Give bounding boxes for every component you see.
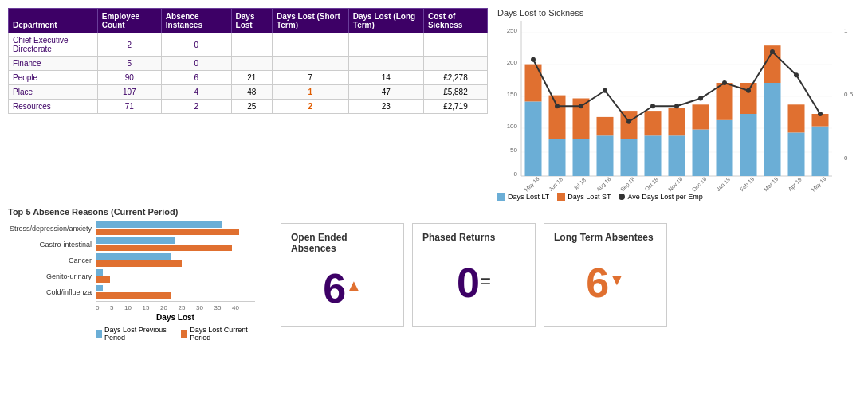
svg-rect-40 <box>812 127 829 176</box>
kpi-card: Open Ended Absences 6 ▲ <box>281 223 404 327</box>
arrow-down-icon: ▼ <box>609 271 625 289</box>
kpi-value: 6 <box>586 259 609 307</box>
svg-rect-32 <box>717 120 733 176</box>
svg-text:Feb 19: Feb 19 <box>739 176 755 192</box>
table-row-dept[interactable]: Finance <box>9 57 98 71</box>
table-row-cost: £2,278 <box>423 71 487 85</box>
table-row-st: 2 <box>272 100 348 114</box>
svg-text:Apr 19: Apr 19 <box>787 176 803 192</box>
legend-st: Days Lost ST <box>557 193 611 201</box>
prev-bar <box>96 221 222 228</box>
svg-point-54 <box>818 112 823 116</box>
svg-rect-38 <box>788 132 805 176</box>
svg-rect-28 <box>669 135 685 176</box>
table-row-lt <box>348 57 423 71</box>
svg-text:200: 200 <box>507 59 518 66</box>
horiz-chart: Stress/depression/anxiety Gastro-intesti… <box>8 221 255 299</box>
absence-bars <box>96 269 110 283</box>
kpi-card: Phased Returns 0 = <box>412 223 536 327</box>
table-row-cost: £5,882 <box>423 85 487 100</box>
table-row-dept[interactable]: People <box>9 71 98 85</box>
table-row-emp: 2 <box>97 33 161 57</box>
table-row-emp: 107 <box>97 85 161 100</box>
absence-bar-row: Gastro-intestinal <box>8 237 255 251</box>
svg-rect-18 <box>549 139 566 176</box>
table-row-st: 7 <box>272 71 348 85</box>
legend-curr: Days Lost Current Period <box>181 326 255 342</box>
table-row-dept[interactable]: Chief Executive Directorate <box>9 33 98 57</box>
svg-point-44 <box>579 104 583 108</box>
svg-text:250: 250 <box>507 27 518 34</box>
svg-point-48 <box>674 104 679 108</box>
svg-text:150: 150 <box>507 91 518 98</box>
kpi-value-row: 6 ▼ <box>554 248 657 318</box>
absence-section: Top 5 Absence Reasons (Current Period) S… <box>8 207 255 342</box>
prev-bar <box>96 253 171 260</box>
legend-st-color <box>557 193 565 201</box>
svg-text:Nov 18: Nov 18 <box>667 176 684 193</box>
absence-reason-label: Gastro-intestinal <box>8 241 96 248</box>
col-cost-sickness: Cost of Sickness <box>423 9 487 33</box>
kpi-label: Long Term Absentees <box>554 232 657 243</box>
svg-rect-19 <box>549 96 566 139</box>
table-row-lt: 14 <box>348 71 423 85</box>
table-row-dept[interactable]: Resources <box>9 100 98 114</box>
table-row-days <box>231 33 272 57</box>
equals-icon: = <box>480 270 491 292</box>
legend-avg-label: Ave Days Lost per Emp <box>627 193 702 201</box>
curr-bar <box>96 276 110 283</box>
svg-point-43 <box>555 104 560 108</box>
table-row-abs: 0 <box>161 33 231 57</box>
table-row-st: 1 <box>272 85 348 100</box>
absence-title: Top 5 Absence Reasons (Current Period) <box>8 207 255 217</box>
chart-title: Days Lost to Sickness <box>497 8 860 18</box>
legend-lt-label: Days Lost LT <box>508 193 549 201</box>
absence-bars <box>96 237 232 251</box>
table-row-abs: 6 <box>161 71 231 85</box>
prev-bar <box>96 237 175 244</box>
horiz-axis: 0510152025303540 <box>96 304 239 311</box>
legend-avg-color <box>619 194 625 200</box>
kpi-value: 6 <box>323 264 346 312</box>
table-row-lt <box>348 33 423 57</box>
curr-bar <box>96 292 171 299</box>
col-days-lost-short: Days Lost (Short Term) <box>272 9 348 33</box>
legend-lt: Days Lost LT <box>497 193 549 201</box>
table-row-abs: 4 <box>161 85 231 100</box>
svg-point-47 <box>650 104 655 108</box>
svg-text:100: 100 <box>507 123 518 130</box>
col-absence-instances: Absence Instances <box>161 9 231 33</box>
table-row-st <box>272 33 348 57</box>
chart-legend: Days Lost LT Days Lost ST Ave Days Lost … <box>497 193 860 201</box>
svg-point-45 <box>603 88 607 93</box>
svg-text:1: 1 <box>844 27 848 34</box>
curr-bar <box>96 245 232 251</box>
table-row-days: 48 <box>231 85 272 100</box>
absence-bar-row: Cancer <box>8 253 255 267</box>
curr-bar <box>96 229 239 235</box>
svg-text:Jun 18: Jun 18 <box>548 176 564 192</box>
prev-bar <box>96 285 103 291</box>
kpi-row: Open Ended Absences 6 ▲ Phased Returns 0… <box>281 223 667 342</box>
axis-label: Days Lost <box>96 313 255 322</box>
legend-avg: Ave Days Lost per Emp <box>619 193 702 201</box>
kpi-value-row: 0 = <box>422 248 525 318</box>
legend-prev-label: Days Lost Previous Period <box>104 326 173 342</box>
kpi-label: Phased Returns <box>422 232 525 243</box>
svg-text:Sep 18: Sep 18 <box>619 176 636 193</box>
axis-line <box>96 301 255 302</box>
absence-bar-row: Stress/depression/anxiety <box>8 221 255 235</box>
svg-rect-16 <box>525 101 542 176</box>
svg-rect-23 <box>597 117 614 135</box>
svg-rect-36 <box>764 83 781 176</box>
svg-point-52 <box>770 49 775 54</box>
table-row-dept[interactable]: Place <box>9 85 98 100</box>
svg-rect-35 <box>740 83 757 114</box>
svg-point-42 <box>531 57 536 62</box>
svg-rect-29 <box>669 108 685 135</box>
svg-rect-33 <box>717 83 733 120</box>
col-department: Department <box>9 9 98 33</box>
legend-curr-label: Days Lost Current Period <box>190 326 255 342</box>
absence-legend: Days Lost Previous Period Days Lost Curr… <box>96 326 255 342</box>
svg-rect-27 <box>645 111 662 135</box>
